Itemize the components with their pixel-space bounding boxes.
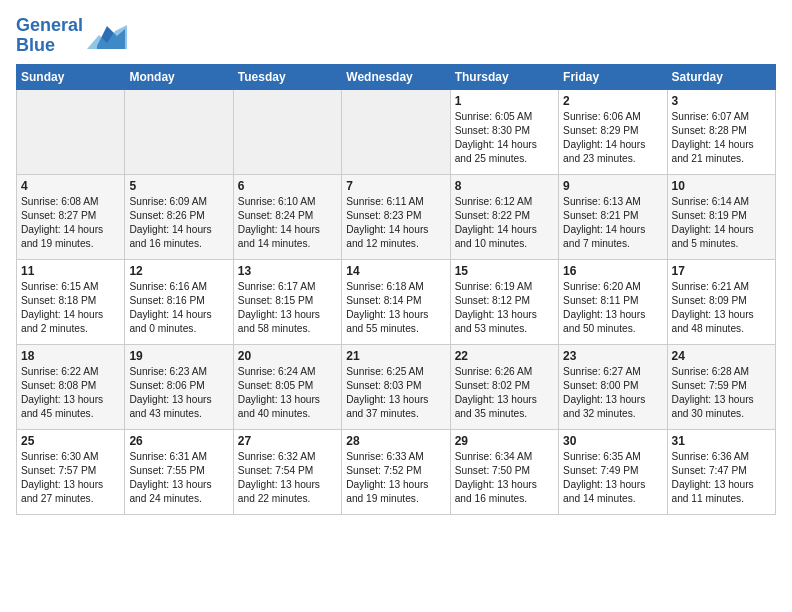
day-info: Sunrise: 6:27 AMSunset: 8:00 PMDaylight:… (563, 365, 662, 422)
day-number: 5 (129, 179, 228, 193)
day-info: Sunrise: 6:14 AMSunset: 8:19 PMDaylight:… (672, 195, 771, 252)
day-info: Sunrise: 6:21 AMSunset: 8:09 PMDaylight:… (672, 280, 771, 337)
weekday-tuesday: Tuesday (233, 64, 341, 89)
weekday-header-row: SundayMondayTuesdayWednesdayThursdayFrid… (17, 64, 776, 89)
day-number: 21 (346, 349, 445, 363)
calendar-day: 23Sunrise: 6:27 AMSunset: 8:00 PMDayligh… (559, 344, 667, 429)
calendar-day: 14Sunrise: 6:18 AMSunset: 8:14 PMDayligh… (342, 259, 450, 344)
weekday-sunday: Sunday (17, 64, 125, 89)
day-number: 23 (563, 349, 662, 363)
day-number: 9 (563, 179, 662, 193)
day-info: Sunrise: 6:15 AMSunset: 8:18 PMDaylight:… (21, 280, 120, 337)
day-info: Sunrise: 6:13 AMSunset: 8:21 PMDaylight:… (563, 195, 662, 252)
day-info: Sunrise: 6:34 AMSunset: 7:50 PMDaylight:… (455, 450, 554, 507)
day-info: Sunrise: 6:18 AMSunset: 8:14 PMDaylight:… (346, 280, 445, 337)
calendar-day: 30Sunrise: 6:35 AMSunset: 7:49 PMDayligh… (559, 429, 667, 514)
day-info: Sunrise: 6:30 AMSunset: 7:57 PMDaylight:… (21, 450, 120, 507)
day-number: 12 (129, 264, 228, 278)
calendar-day: 2Sunrise: 6:06 AMSunset: 8:29 PMDaylight… (559, 89, 667, 174)
calendar-day: 12Sunrise: 6:16 AMSunset: 8:16 PMDayligh… (125, 259, 233, 344)
weekday-thursday: Thursday (450, 64, 558, 89)
calendar-day: 6Sunrise: 6:10 AMSunset: 8:24 PMDaylight… (233, 174, 341, 259)
day-info: Sunrise: 6:22 AMSunset: 8:08 PMDaylight:… (21, 365, 120, 422)
day-info: Sunrise: 6:12 AMSunset: 8:22 PMDaylight:… (455, 195, 554, 252)
calendar-day: 22Sunrise: 6:26 AMSunset: 8:02 PMDayligh… (450, 344, 558, 429)
day-info: Sunrise: 6:35 AMSunset: 7:49 PMDaylight:… (563, 450, 662, 507)
calendar-day: 4Sunrise: 6:08 AMSunset: 8:27 PMDaylight… (17, 174, 125, 259)
day-number: 24 (672, 349, 771, 363)
day-info: Sunrise: 6:08 AMSunset: 8:27 PMDaylight:… (21, 195, 120, 252)
weekday-monday: Monday (125, 64, 233, 89)
calendar-day: 29Sunrise: 6:34 AMSunset: 7:50 PMDayligh… (450, 429, 558, 514)
calendar-day: 25Sunrise: 6:30 AMSunset: 7:57 PMDayligh… (17, 429, 125, 514)
day-info: Sunrise: 6:07 AMSunset: 8:28 PMDaylight:… (672, 110, 771, 167)
logo-general: General (16, 15, 83, 35)
calendar-week-4: 18Sunrise: 6:22 AMSunset: 8:08 PMDayligh… (17, 344, 776, 429)
day-number: 10 (672, 179, 771, 193)
day-number: 17 (672, 264, 771, 278)
day-info: Sunrise: 6:32 AMSunset: 7:54 PMDaylight:… (238, 450, 337, 507)
calendar-day: 27Sunrise: 6:32 AMSunset: 7:54 PMDayligh… (233, 429, 341, 514)
day-number: 30 (563, 434, 662, 448)
day-number: 13 (238, 264, 337, 278)
calendar-week-3: 11Sunrise: 6:15 AMSunset: 8:18 PMDayligh… (17, 259, 776, 344)
day-number: 3 (672, 94, 771, 108)
day-number: 6 (238, 179, 337, 193)
calendar-day: 3Sunrise: 6:07 AMSunset: 8:28 PMDaylight… (667, 89, 775, 174)
day-number: 28 (346, 434, 445, 448)
calendar-day (17, 89, 125, 174)
day-number: 11 (21, 264, 120, 278)
day-info: Sunrise: 6:36 AMSunset: 7:47 PMDaylight:… (672, 450, 771, 507)
day-info: Sunrise: 6:31 AMSunset: 7:55 PMDaylight:… (129, 450, 228, 507)
calendar-day: 13Sunrise: 6:17 AMSunset: 8:15 PMDayligh… (233, 259, 341, 344)
calendar-day: 17Sunrise: 6:21 AMSunset: 8:09 PMDayligh… (667, 259, 775, 344)
calendar-day: 31Sunrise: 6:36 AMSunset: 7:47 PMDayligh… (667, 429, 775, 514)
day-number: 14 (346, 264, 445, 278)
day-info: Sunrise: 6:19 AMSunset: 8:12 PMDaylight:… (455, 280, 554, 337)
day-number: 19 (129, 349, 228, 363)
calendar-day: 26Sunrise: 6:31 AMSunset: 7:55 PMDayligh… (125, 429, 233, 514)
calendar-day: 7Sunrise: 6:11 AMSunset: 8:23 PMDaylight… (342, 174, 450, 259)
day-info: Sunrise: 6:09 AMSunset: 8:26 PMDaylight:… (129, 195, 228, 252)
day-number: 1 (455, 94, 554, 108)
day-number: 29 (455, 434, 554, 448)
day-info: Sunrise: 6:20 AMSunset: 8:11 PMDaylight:… (563, 280, 662, 337)
page-header: General Blue (16, 16, 776, 56)
day-info: Sunrise: 6:33 AMSunset: 7:52 PMDaylight:… (346, 450, 445, 507)
calendar-day: 19Sunrise: 6:23 AMSunset: 8:06 PMDayligh… (125, 344, 233, 429)
calendar-day (125, 89, 233, 174)
day-number: 18 (21, 349, 120, 363)
day-number: 25 (21, 434, 120, 448)
day-info: Sunrise: 6:28 AMSunset: 7:59 PMDaylight:… (672, 365, 771, 422)
calendar-day: 24Sunrise: 6:28 AMSunset: 7:59 PMDayligh… (667, 344, 775, 429)
day-number: 7 (346, 179, 445, 193)
calendar-day: 15Sunrise: 6:19 AMSunset: 8:12 PMDayligh… (450, 259, 558, 344)
weekday-friday: Friday (559, 64, 667, 89)
day-number: 16 (563, 264, 662, 278)
day-info: Sunrise: 6:11 AMSunset: 8:23 PMDaylight:… (346, 195, 445, 252)
day-number: 31 (672, 434, 771, 448)
day-info: Sunrise: 6:06 AMSunset: 8:29 PMDaylight:… (563, 110, 662, 167)
day-number: 27 (238, 434, 337, 448)
calendar-day: 21Sunrise: 6:25 AMSunset: 8:03 PMDayligh… (342, 344, 450, 429)
day-info: Sunrise: 6:25 AMSunset: 8:03 PMDaylight:… (346, 365, 445, 422)
calendar-day: 16Sunrise: 6:20 AMSunset: 8:11 PMDayligh… (559, 259, 667, 344)
calendar-day: 5Sunrise: 6:09 AMSunset: 8:26 PMDaylight… (125, 174, 233, 259)
logo-icon (87, 21, 127, 51)
day-info: Sunrise: 6:10 AMSunset: 8:24 PMDaylight:… (238, 195, 337, 252)
day-number: 22 (455, 349, 554, 363)
day-info: Sunrise: 6:05 AMSunset: 8:30 PMDaylight:… (455, 110, 554, 167)
calendar-day: 18Sunrise: 6:22 AMSunset: 8:08 PMDayligh… (17, 344, 125, 429)
day-number: 15 (455, 264, 554, 278)
calendar-day: 9Sunrise: 6:13 AMSunset: 8:21 PMDaylight… (559, 174, 667, 259)
calendar-week-5: 25Sunrise: 6:30 AMSunset: 7:57 PMDayligh… (17, 429, 776, 514)
calendar-day: 11Sunrise: 6:15 AMSunset: 8:18 PMDayligh… (17, 259, 125, 344)
day-info: Sunrise: 6:26 AMSunset: 8:02 PMDaylight:… (455, 365, 554, 422)
day-info: Sunrise: 6:16 AMSunset: 8:16 PMDaylight:… (129, 280, 228, 337)
day-number: 26 (129, 434, 228, 448)
calendar-table: SundayMondayTuesdayWednesdayThursdayFrid… (16, 64, 776, 515)
calendar-day (342, 89, 450, 174)
day-number: 2 (563, 94, 662, 108)
calendar-week-2: 4Sunrise: 6:08 AMSunset: 8:27 PMDaylight… (17, 174, 776, 259)
calendar-day (233, 89, 341, 174)
